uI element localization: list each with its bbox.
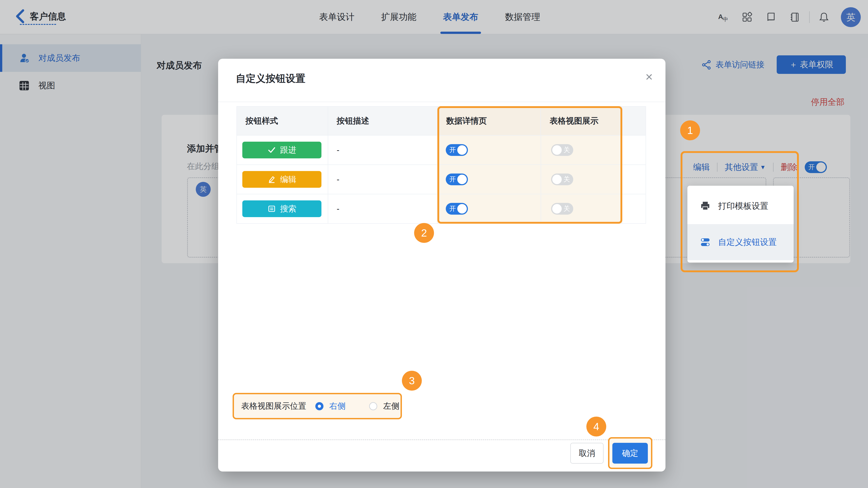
toggle-knob [552, 175, 562, 184]
button-settings-table: 按钮样式 按钮描述 数据详情页 表格视图展示 跟进 - 开 关 [237, 106, 646, 224]
printer-icon [700, 201, 710, 211]
table-row: 搜索 - 开 关 [237, 194, 646, 224]
dialog-title: 自定义按钮设置 [236, 72, 305, 85]
guide-step-badge-4: 4 [586, 417, 606, 436]
radio-right-selected[interactable] [315, 402, 323, 410]
toggle-knob [457, 145, 467, 155]
position-label: 表格视图展示位置 [241, 400, 306, 412]
toggle-knob [457, 175, 467, 184]
detail-page-toggle[interactable]: 开 [446, 173, 468, 185]
menu-item-custom-button-settings[interactable]: 自定义按钮设置 [687, 224, 794, 260]
table-row: 编辑 - 开 关 [237, 165, 646, 194]
row-button-label: 编辑 [280, 174, 296, 185]
dialog-header-divider [218, 102, 665, 102]
row-button-label: 搜索 [280, 203, 296, 215]
memo-card-icon [268, 204, 276, 213]
toggle-off-label: 关 [563, 175, 570, 184]
detail-page-toggle[interactable]: 开 [446, 144, 468, 156]
toggle-on-label: 开 [450, 175, 456, 184]
column-header-empty [622, 107, 646, 135]
guide-step-badge-3: 3 [402, 371, 422, 391]
toggles-icon [700, 237, 710, 248]
cancel-button[interactable]: 取消 [570, 443, 603, 464]
column-header-button-desc: 按钮描述 [328, 107, 438, 135]
pencil-icon [268, 175, 276, 184]
confirm-button[interactable]: 确定 [612, 443, 648, 464]
guide-step-badge-2: 2 [414, 223, 434, 243]
toggle-off-label: 关 [563, 204, 570, 213]
radio-left-label[interactable]: 左侧 [383, 400, 399, 412]
toggle-off-label: 关 [563, 145, 570, 155]
button-desc-value: - [328, 145, 340, 155]
table-view-toggle[interactable]: 关 [551, 144, 573, 156]
guide-step-badge-1: 1 [680, 121, 700, 140]
toggle-on-label: 开 [450, 204, 456, 213]
table-row: 跟进 - 开 关 [237, 135, 646, 165]
guide-highlight-frame-confirm: 确定 [608, 437, 652, 469]
footer-dashed-divider [218, 440, 665, 440]
radio-right-label[interactable]: 右侧 [329, 400, 346, 412]
toggle-on-label: 开 [450, 145, 456, 155]
detail-page-toggle[interactable]: 开 [446, 203, 468, 215]
table-view-toggle[interactable]: 关 [551, 173, 573, 185]
menu-item-print-template[interactable]: 打印模板设置 [687, 188, 794, 224]
check-icon [268, 146, 276, 154]
toggle-knob [552, 204, 562, 214]
other-settings-menu: 打印模板设置 自定义按钮设置 [687, 186, 794, 263]
custom-button-settings-dialog: 自定义按钮设置 × 按钮样式 按钮描述 数据详情页 表格视图展示 跟进 - 开 [218, 59, 665, 471]
edit-row-button[interactable]: 编辑 [242, 171, 321, 188]
search-row-button[interactable]: 搜索 [242, 200, 321, 217]
button-desc-value: - [328, 204, 340, 214]
radio-left[interactable] [369, 402, 377, 410]
menu-item-label: 自定义按钮设置 [718, 236, 777, 248]
table-view-toggle[interactable]: 关 [551, 203, 573, 215]
menu-item-label: 打印模板设置 [718, 200, 768, 212]
table-view-position-box: 表格视图展示位置 右侧 左侧 [232, 393, 402, 419]
close-icon[interactable]: × [645, 70, 653, 83]
toggle-knob [457, 204, 467, 214]
row-button-label: 跟进 [280, 144, 296, 156]
column-header-detail-page: 数据详情页 [438, 107, 541, 135]
toggle-knob [552, 145, 562, 155]
follow-up-button[interactable]: 跟进 [242, 142, 321, 158]
button-desc-value: - [328, 175, 340, 184]
table-header-row: 按钮样式 按钮描述 数据详情页 表格视图展示 [237, 107, 646, 135]
column-header-button-style: 按钮样式 [237, 107, 328, 135]
column-header-table-view: 表格视图展示 [541, 107, 622, 135]
